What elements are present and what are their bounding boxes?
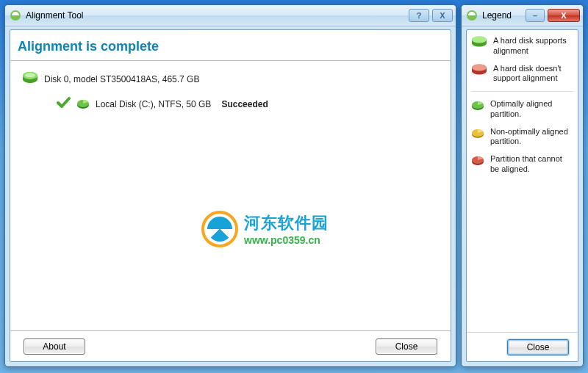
pie-yellow-icon [471,127,484,140]
pie-red-icon [471,154,484,167]
about-button[interactable]: About [24,338,85,355]
partition-green-icon [76,98,90,111]
watermark: 河东软件园 www.pc0359.cn [201,211,329,247]
close-button[interactable]: X [432,9,453,22]
legend-item-text: A hard disk doesn't support alignment [493,64,573,84]
legend-list: A hard disk supports alignment A hard di… [467,30,578,332]
legend-item-text: Non-optimally aligned partition. [490,127,573,148]
legend-close-button[interactable]: X [548,9,580,22]
partition-row: Local Disk (C:), NTFS, 50 GB Succeeded [56,95,443,112]
legend-close-dialog-button[interactable]: Close [507,339,569,355]
legend-app-icon [466,10,478,21]
legend-item: Partition that cannot be aligned. [471,154,573,175]
svg-point-8 [472,37,487,43]
legend-titlebar[interactable]: Legend – X [462,5,583,26]
legend-item: Non-optimally aligned partition. [471,127,573,148]
client-area: Alignment is complete Disk 0, model ST35… [10,29,451,362]
alignment-tool-window: Alignment Tool ? X Alignment is complete… [4,4,456,367]
legend-item: Optimally aligned partition. [471,99,573,120]
watermark-text-2: www.pc0359.cn [244,234,329,246]
legend-separator [471,91,573,92]
pie-green-icon [471,99,484,112]
legend-titlebar-buttons: – X [526,9,580,22]
close-dialog-button[interactable]: Close [376,338,437,355]
legend-item: A hard disk supports alignment [471,36,573,57]
legend-footer: Close [467,332,578,361]
svg-point-10 [472,64,487,70]
footer: About Close [10,330,451,361]
disk-red-icon [471,64,487,84]
app-icon [10,10,21,21]
legend-item-text: A hard disk supports alignment [493,36,573,57]
titlebar[interactable]: Alignment Tool ? X [5,5,456,26]
legend-item: A hard disk doesn't support alignment [471,64,573,84]
legend-body: A hard disk supports alignment A hard di… [466,29,578,362]
legend-item-text: Partition that cannot be aligned. [490,154,573,175]
watermark-logo-icon [201,211,238,247]
minimize-button[interactable]: – [526,9,545,22]
checkmark-icon [56,95,71,112]
disk-row: Disk 0, model ST3500418AS, 465.7 GB [22,71,443,87]
titlebar-buttons: ? X [409,9,453,22]
disk-green-icon [471,36,487,57]
legend-window-title: Legend [482,10,526,21]
legend-item-text: Optimally aligned partition. [490,99,573,120]
disk-label: Disk 0, model ST3500418AS, 465.7 GB [44,74,199,84]
content-area: Disk 0, model ST3500418AS, 465.7 GB Loca… [10,61,451,330]
window-title: Alignment Tool [26,10,409,21]
help-button[interactable]: ? [409,9,429,22]
disk-icon [22,71,38,87]
partition-status: Succeeded [221,99,268,109]
partition-label: Local Disk (C:), NTFS, 50 GB [96,99,211,109]
watermark-text-1: 河东软件园 [244,212,329,234]
legend-window: Legend – X A hard disk supports alignmen… [461,4,584,367]
svg-point-3 [25,73,35,78]
page-heading: Alignment is complete [10,30,451,61]
